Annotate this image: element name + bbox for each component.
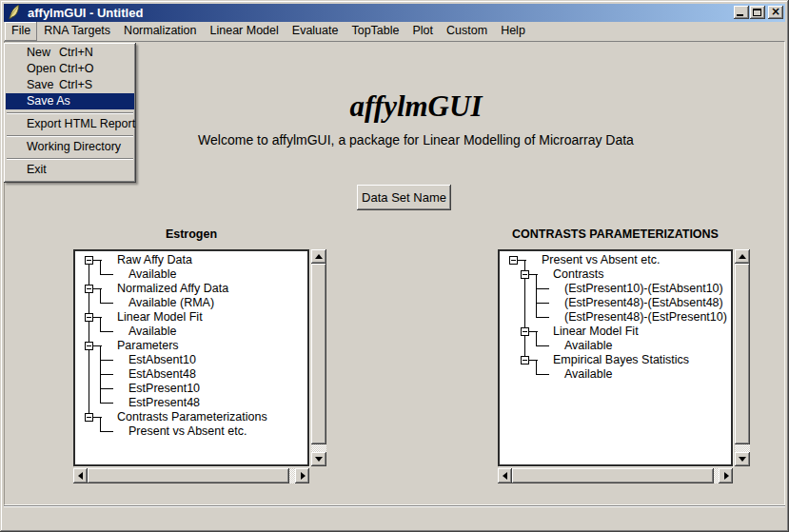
window-controls: × — [733, 6, 783, 19]
tree-node-label[interactable]: Contrasts — [553, 267, 604, 282]
tree-connector-line — [100, 418, 101, 424]
menubar-item-normalization[interactable]: Normalization — [117, 22, 203, 41]
scroll-down-button[interactable] — [735, 452, 750, 466]
expand-box-icon[interactable] — [85, 285, 93, 293]
expand-box-icon[interactable] — [521, 327, 529, 336]
menubar-item-file[interactable]: File — [5, 22, 37, 41]
left-horizontal-scrollbar[interactable] — [73, 468, 309, 483]
tree-node-estabsent48[interactable]: EstAbsent48 — [75, 367, 307, 382]
scroll-up-button[interactable] — [735, 249, 750, 264]
tree-node-label[interactable]: Normalized Affy Data — [117, 282, 228, 296]
tree-node-label[interactable]: EstAbsent48 — [128, 367, 196, 382]
tree-node-label[interactable]: (EstPresent48)-(EstAbsent48) — [564, 296, 723, 310]
scroll-left-button[interactable] — [73, 468, 88, 483]
tree-node-label[interactable]: EstPresent10 — [128, 382, 200, 396]
close-button[interactable]: × — [768, 6, 783, 19]
left-tree-header: Estrogen — [73, 227, 309, 241]
tree-node-contrasts[interactable]: Contrasts — [500, 267, 731, 282]
tree-node-estpresent48-estpresent10[interactable]: (EstPresent48)-(EstPresent10) — [500, 310, 731, 325]
right-horizontal-scrollbar[interactable] — [498, 468, 733, 483]
expand-box-icon[interactable] — [85, 313, 93, 322]
tree-node-label[interactable]: Available — [564, 339, 613, 353]
title-bar[interactable]: affylmGUI - Untitled × — [4, 4, 785, 22]
scroll-right-button[interactable] — [295, 468, 309, 483]
tree-node-label[interactable]: EstPresent48 — [128, 396, 200, 410]
menu-item-working-directory[interactable]: Working Directory — [6, 139, 134, 155]
expand-box-icon[interactable] — [509, 256, 518, 265]
expand-box-icon[interactable] — [85, 413, 93, 422]
tree-node-label[interactable]: Parameters — [117, 339, 179, 353]
maximize-icon — [753, 9, 761, 16]
tree-node-normalized-affy-data[interactable]: Normalized Affy Data — [75, 282, 307, 296]
menubar-item-evaluate[interactable]: Evaluate — [286, 22, 345, 41]
menubar-item-toptable[interactable]: TopTable — [345, 22, 405, 41]
minimize-button[interactable] — [734, 6, 749, 19]
menu-item-open[interactable]: OpenCtrl+O — [6, 61, 134, 77]
menubar-item-custom[interactable]: Custom — [440, 22, 494, 41]
tree-node-available[interactable]: Available — [75, 267, 307, 282]
scroll-left-button[interactable] — [498, 468, 512, 483]
tree-node-label[interactable]: Available — [564, 367, 613, 382]
tree-node-linear-model-fit[interactable]: Linear Model Fit — [500, 325, 731, 339]
tree-node-estabsent10[interactable]: EstAbsent10 — [75, 353, 307, 367]
tree-node-label[interactable]: Linear Model Fit — [553, 325, 639, 339]
tree-node-estpresent10-estabsent10[interactable]: (EstPresent10)-(EstAbsent10) — [500, 282, 731, 296]
tree-node-raw-affy-data[interactable]: Raw Affy Data — [75, 253, 307, 267]
tree-node-empirical-bayes-statistics[interactable]: Empirical Bayes Statistics — [500, 353, 731, 367]
tree-node-linear-model-fit[interactable]: Linear Model Fit — [75, 310, 307, 325]
left-vertical-scrollbar[interactable] — [311, 249, 326, 466]
menu-item-save[interactable]: SaveCtrl+S — [6, 77, 134, 93]
tree-connector-line — [524, 261, 525, 267]
expand-box-icon[interactable] — [521, 356, 529, 365]
scroll-right-button[interactable] — [719, 468, 733, 483]
expand-box-icon[interactable] — [85, 256, 93, 265]
tree-node-label[interactable]: (EstPresent10)-(EstAbsent10) — [564, 282, 723, 296]
maximize-button[interactable] — [750, 6, 765, 19]
menu-item-new[interactable]: NewCtrl+N — [6, 45, 134, 61]
tree-node-estpresent48-estabsent48[interactable]: (EstPresent48)-(EstAbsent48) — [500, 296, 731, 310]
tree-node-label[interactable]: Available — [128, 267, 177, 282]
tree-node-present-vs-absent-etc[interactable]: Present vs Absent etc. — [75, 424, 307, 439]
menu-item-export-html-report[interactable]: Export HTML Report — [6, 116, 134, 132]
file-menu: NewCtrl+NOpenCtrl+OSaveCtrl+SSave AsExpo… — [4, 43, 136, 183]
tree-node-estpresent48[interactable]: EstPresent48 — [75, 396, 307, 410]
tree-node-label[interactable]: Present vs Absent etc. — [542, 253, 660, 267]
tree-node-label[interactable]: Available — [128, 325, 177, 339]
tree-node-available-rma[interactable]: Available (RMA) — [75, 296, 307, 310]
expand-box-icon[interactable] — [85, 342, 93, 350]
tree-connector-line — [537, 288, 549, 289]
tree-node-available[interactable]: Available — [500, 367, 731, 382]
tree-connector-line — [89, 382, 89, 396]
tree-node-contrasts-parameterizations[interactable]: Contrasts Parameterizations — [75, 410, 307, 424]
menubar-item-rna-targets[interactable]: RNA Targets — [37, 22, 117, 41]
tree-connector-line — [101, 374, 113, 375]
tree-node-estpresent10[interactable]: EstPresent10 — [75, 382, 307, 396]
tree-connector-line — [89, 353, 89, 367]
scrollbar-thumb[interactable] — [735, 264, 750, 444]
scrollbar-thumb[interactable] — [88, 468, 289, 483]
scroll-up-button[interactable] — [311, 249, 326, 264]
tree-node-label[interactable]: Linear Model Fit — [117, 310, 203, 325]
right-vertical-scrollbar[interactable] — [735, 249, 750, 466]
tree-node-available[interactable]: Available — [75, 325, 307, 339]
expand-box-icon[interactable] — [521, 270, 529, 279]
menubar-item-plot[interactable]: Plot — [406, 22, 441, 41]
menubar-item-linear-model[interactable]: Linear Model — [204, 22, 286, 41]
data-set-name-button[interactable]: Data Set Name — [357, 185, 451, 210]
tree-node-label[interactable]: Contrasts Parameterizations — [117, 410, 267, 424]
menubar-item-help[interactable]: Help — [494, 22, 532, 41]
scroll-down-button[interactable] — [311, 452, 326, 466]
tree-node-available[interactable]: Available — [500, 339, 731, 353]
tree-node-label[interactable]: Present vs Absent etc. — [128, 424, 247, 439]
tree-node-label[interactable]: Available (RMA) — [128, 296, 214, 310]
tree-node-label[interactable]: Raw Affy Data — [117, 253, 192, 267]
menu-item-save-as[interactable]: Save As — [6, 93, 134, 109]
menu-item-exit[interactable]: Exit — [6, 162, 134, 178]
tree-node-label[interactable]: Empirical Bayes Statistics — [553, 353, 689, 367]
tree-node-label[interactable]: (EstPresent48)-(EstPresent10) — [564, 310, 727, 325]
scrollbar-thumb[interactable] — [512, 468, 714, 483]
tree-node-present-vs-absent-etc[interactable]: Present vs Absent etc. — [500, 253, 731, 267]
scrollbar-thumb[interactable] — [311, 264, 326, 444]
tree-node-label[interactable]: EstAbsent10 — [128, 353, 196, 367]
tree-node-parameters[interactable]: Parameters — [75, 339, 307, 353]
